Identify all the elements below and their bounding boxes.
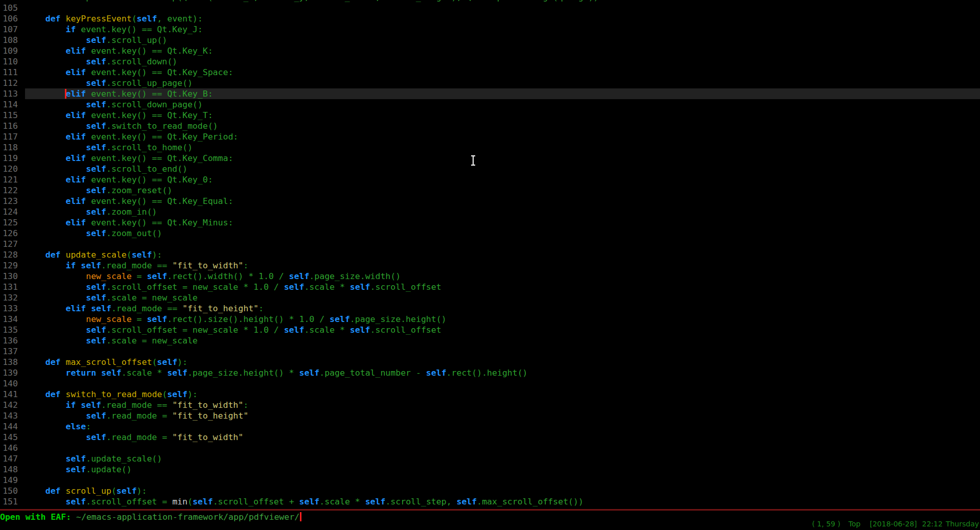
code-line-116[interactable]: 116 self.switch_to_read_mode() xyxy=(0,121,980,131)
minibuffer[interactable]: Open with EAF: ~/emacs-application-frame… xyxy=(0,512,301,522)
code-line-151[interactable]: 151 self.scroll_offset = min(self.scroll… xyxy=(0,496,980,507)
code-line-121[interactable]: 121 elif event.key() == Qt.Key_0: xyxy=(0,174,980,185)
line-number: 121 xyxy=(0,174,18,185)
line-text[interactable]: painter.drawPixmap(QRect(render_x, rende… xyxy=(25,0,599,3)
code-line-143[interactable]: 143 self.read_mode = "fit_to_height" xyxy=(0,410,980,421)
code-line-117[interactable]: 117 elif event.key() == Qt.Key_Period: xyxy=(0,131,980,142)
code-line-145[interactable]: 145 self.read_mode = "fit_to_width" xyxy=(0,432,980,443)
code-line-108[interactable]: 108 self.scroll_up() xyxy=(0,35,980,45)
code-line-146[interactable]: 146 xyxy=(0,443,980,453)
line-text[interactable]: self.switch_to_read_mode() xyxy=(25,121,218,131)
code-line-115[interactable]: 115 elif event.key() == Qt.Key_T: xyxy=(0,110,980,121)
code-line-141[interactable]: 141 def switch_to_read_mode(self): xyxy=(0,389,980,400)
line-text[interactable]: self.scroll_to_end() xyxy=(25,164,188,174)
code-line-139[interactable]: 139 return self.scale * self.page_size.h… xyxy=(0,367,980,378)
line-text[interactable]: if event.key() == Qt.Key_J: xyxy=(25,24,203,35)
code-area[interactable]: 104 painter.drawPixmap(QRect(render_x, r… xyxy=(0,0,980,507)
line-text[interactable]: self.scroll_to_home() xyxy=(25,142,193,153)
line-text[interactable]: elif event.key() == Qt.Key_Period: xyxy=(25,131,238,142)
line-text[interactable]: self.update() xyxy=(25,464,132,475)
code-line-106[interactable]: 106 def keyPressEvent(self, event): xyxy=(0,13,980,24)
ibeam-mouse-pointer xyxy=(470,155,477,166)
code-line-149[interactable]: 149 xyxy=(0,475,980,486)
line-text[interactable]: elif event.key() == Qt.Key_Equal: xyxy=(25,196,233,206)
code-line-126[interactable]: 126 self.zoom_out() xyxy=(0,228,980,239)
code-line-119[interactable]: 119 elif event.key() == Qt.Key_Comma: xyxy=(0,153,980,164)
line-text[interactable]: elif event.key() == Qt.Key_Minus: xyxy=(25,217,233,228)
code-line-134[interactable]: 134 new_scale = self.rect().size().heigh… xyxy=(0,314,980,325)
code-line-148[interactable]: 148 self.update() xyxy=(0,464,980,475)
code-line-142[interactable]: 142 if self.read_mode == "fit_to_width": xyxy=(0,400,980,410)
line-number: 122 xyxy=(0,185,18,196)
code-line-113[interactable]: 113 elif event.key() == Qt.Key_B: xyxy=(0,88,980,99)
line-number: 129 xyxy=(0,260,18,271)
line-text[interactable]: self.scroll_up_page() xyxy=(25,78,193,88)
code-line-136[interactable]: 136 self.scale = new_scale xyxy=(0,335,980,346)
line-text[interactable]: self.zoom_out() xyxy=(25,228,162,239)
code-line-138[interactable]: 138 def max_scroll_offset(self): xyxy=(0,357,980,367)
line-text[interactable]: self.scroll_offset = new_scale * 1.0 / s… xyxy=(25,282,441,292)
echo-area: Open with EAF: ~/emacs-application-frame… xyxy=(0,511,980,530)
code-line-140[interactable]: 140 xyxy=(0,378,980,389)
code-line-132[interactable]: 132 self.scale = new_scale xyxy=(0,292,980,303)
line-text[interactable]: self.scroll_down() xyxy=(25,56,177,67)
line-text[interactable]: self.read_mode = "fit_to_width" xyxy=(25,432,243,443)
minibuffer-input[interactable]: ~/emacs-application-framework/app/pdfvie… xyxy=(76,512,299,522)
code-line-112[interactable]: 112 self.scroll_up_page() xyxy=(0,78,980,88)
code-line-131[interactable]: 131 self.scroll_offset = new_scale * 1.0… xyxy=(0,282,980,292)
code-line-110[interactable]: 110 self.scroll_down() xyxy=(0,56,980,67)
code-line-130[interactable]: 130 new_scale = self.rect().width() * 1.… xyxy=(0,271,980,282)
line-text[interactable]: self.zoom_reset() xyxy=(25,185,172,196)
code-line-118[interactable]: 118 self.scroll_to_home() xyxy=(0,142,980,153)
line-text[interactable]: self.scroll_offset = new_scale * 1.0 / s… xyxy=(25,325,441,335)
code-line-124[interactable]: 124 self.zoom_in() xyxy=(0,206,980,217)
line-text[interactable]: self.scale = new_scale xyxy=(25,335,198,346)
code-line-120[interactable]: 120 self.scroll_to_end() xyxy=(0,164,980,174)
code-line-129[interactable]: 129 if self.read_mode == "fit_to_width": xyxy=(0,260,980,271)
line-text[interactable]: self.scroll_down_page() xyxy=(25,99,203,110)
code-line-128[interactable]: 128 def update_scale(self): xyxy=(0,249,980,260)
code-line-150[interactable]: 150 def scroll_up(self): xyxy=(0,486,980,496)
line-text[interactable]: self.read_mode = "fit_to_height" xyxy=(25,410,248,421)
line-text[interactable]: elif event.key() == Qt.Key_Comma: xyxy=(25,153,233,164)
code-window[interactable]: 104 painter.drawPixmap(QRect(render_x, r… xyxy=(0,0,980,509)
date: [2018-06-28] xyxy=(870,520,917,528)
code-line-125[interactable]: 125 elif event.key() == Qt.Key_Minus: xyxy=(0,217,980,228)
code-line-122[interactable]: 122 self.zoom_reset() xyxy=(0,185,980,196)
line-text[interactable]: else: xyxy=(25,421,91,432)
line-text[interactable]: self.zoom_in() xyxy=(25,206,157,217)
line-text[interactable]: self.scroll_offset = min(self.scroll_off… xyxy=(25,496,584,507)
code-line-135[interactable]: 135 self.scroll_offset = new_scale * 1.0… xyxy=(0,325,980,335)
line-text[interactable]: elif event.key() == Qt.Key_Space: xyxy=(25,67,233,78)
code-line-114[interactable]: 114 self.scroll_down_page() xyxy=(0,99,980,110)
code-line-133[interactable]: 133 elif self.read_mode == "fit_to_heigh… xyxy=(0,303,980,314)
line-text[interactable]: self.update_scale() xyxy=(25,453,162,464)
code-line-109[interactable]: 109 elif event.key() == Qt.Key_K: xyxy=(0,45,980,56)
code-line-127[interactable]: 127 xyxy=(0,239,980,249)
line-text[interactable]: if self.read_mode == "fit_to_width": xyxy=(25,260,248,271)
line-text[interactable]: new_scale = self.rect().width() * 1.0 / … xyxy=(25,271,401,282)
code-line-105[interactable]: 105 xyxy=(0,3,980,13)
code-line-144[interactable]: 144 else: xyxy=(0,421,980,432)
line-text[interactable]: if self.read_mode == "fit_to_width": xyxy=(25,400,248,410)
line-text[interactable]: elif event.key() == Qt.Key_T: xyxy=(25,110,213,121)
line-text[interactable]: def keyPressEvent(self, event): xyxy=(25,13,203,24)
line-text[interactable]: elif event.key() == Qt.Key_K: xyxy=(25,45,213,56)
line-text[interactable]: elif event.key() == Qt.Key_0: xyxy=(25,174,213,185)
code-line-147[interactable]: 147 self.update_scale() xyxy=(0,453,980,464)
line-text[interactable]: def scroll_up(self): xyxy=(25,486,147,496)
line-text[interactable]: return self.scale * self.page_size.heigh… xyxy=(25,367,528,378)
code-line-111[interactable]: 111 elif event.key() == Qt.Key_Space: xyxy=(0,67,980,78)
line-text[interactable]: def switch_to_read_mode(self): xyxy=(25,389,198,400)
line-text[interactable]: self.scale = new_scale xyxy=(25,292,198,303)
line-text[interactable]: elif self.read_mode == "fit_to_height": xyxy=(25,303,264,314)
line-text[interactable]: def update_scale(self): xyxy=(25,249,162,260)
code-line-123[interactable]: 123 elif event.key() == Qt.Key_Equal: xyxy=(0,196,980,206)
code-line-137[interactable]: 137 xyxy=(0,346,980,357)
code-line-107[interactable]: 107 if event.key() == Qt.Key_J: xyxy=(0,24,980,35)
line-text[interactable]: def max_scroll_offset(self): xyxy=(25,357,188,367)
line-text[interactable]: self.scroll_up() xyxy=(25,35,167,45)
line-text[interactable]: elif event.key() == Qt.Key_B: xyxy=(25,88,213,99)
line-number: 138 xyxy=(0,357,18,367)
line-text[interactable]: new_scale = self.rect().size().height() … xyxy=(25,314,447,325)
